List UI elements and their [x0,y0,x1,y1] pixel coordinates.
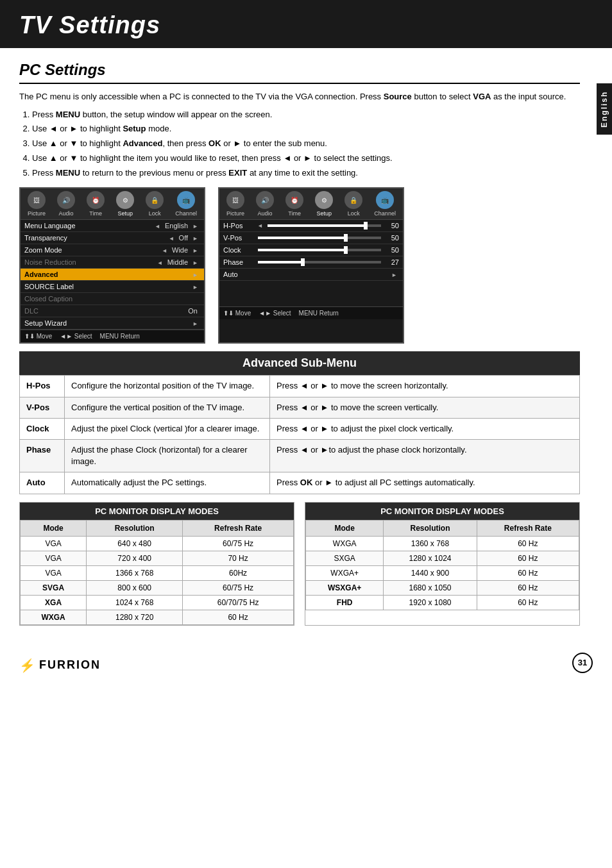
col-refresh: Refresh Rate [183,520,294,536]
page-number: 31 [572,653,593,673]
setup-icon: ⚙ [116,191,134,209]
left-arrow [162,247,167,254]
picture-icon-r: 🖼 [226,191,244,209]
time-icon-r: ⏰ [285,191,303,209]
audio-icon-r: 🔊 [256,191,274,209]
desc-vpos: Configure the vertical position of the T… [65,397,270,418]
slider-auto: Auto [219,269,403,281]
action-vpos: Press ◄ or ► to move the screen vertical… [270,397,580,418]
select-label: ◄► Select [60,333,92,340]
return-label: MENU Return [100,333,140,340]
left-arrow [169,235,174,242]
slider-clock: Clock 50 [219,244,403,256]
col-mode: Mode [21,520,87,536]
table-row: SXGA1280 x 102460 Hz [306,551,579,565]
desc-phase: Adjust the phase Clock (horizontal) for … [65,440,270,472]
monitor-tables: PC MONITOR DISPLAY MODES Mode Resolution… [19,502,580,626]
lock-icon: 🔒 [146,191,164,209]
step-2: Use ◄ or ► to highlight Setup mode. [32,122,580,136]
menu-icon-time: ⏰ Time [87,191,105,217]
return-label-r: MENU Return [299,310,339,317]
table-row: H-Pos Configure the horizontal position … [20,376,580,397]
right-arrow [192,271,198,278]
table-row: VGA720 x 40070 Hz [21,551,294,565]
monitor-table-left-data: Mode Resolution Refresh Rate VGA640 x 48… [20,520,294,625]
select-label-r: ◄► Select [259,310,291,317]
term-vpos: V-Pos [20,397,65,418]
setup-icon-r: ⚙ [315,191,333,209]
move-label: ⬆⬇ Move [24,333,52,340]
action-clock: Press ◄ or ► to adjust the pixel clock v… [270,418,580,439]
table-header-row: Mode Resolution Refresh Rate [21,520,294,536]
steps-list: Press MENU button, the setup window will… [32,108,580,180]
right-menu-box: 🖼 Picture 🔊 Audio ⏰ Time ⚙ Setup [218,187,404,344]
step-3: Use ▲ or ▼ to highlight Advanced, then p… [32,137,580,151]
monitor-table-left-title: PC MONITOR DISPLAY MODES [20,503,294,520]
intro-paragraph: The PC menu is only accessible when a PC… [19,90,580,103]
term-hpos: H-Pos [20,376,65,397]
table-row: WSXGA+1680 x 105060 Hz [306,580,579,595]
right-menu-icons: 🖼 Picture 🔊 Audio ⏰ Time ⚙ Setup [219,188,403,220]
action-hpos: Press ◄ or ► to move the screen horizont… [270,376,580,397]
audio-icon: 🔊 [57,191,75,209]
table-row: Clock Adjust the pixel Clock (vertical )… [20,418,580,439]
right-arrow [192,222,198,230]
left-menu-bottom: ⬆⬇ Move ◄► Select MENU Return [21,330,204,342]
menu-row-source-label: SOURCE Label [21,281,204,293]
monitor-table-right-data: Mode Resolution Refresh Rate WXGA1360 x … [305,520,579,610]
slider-vpos: V-Pos 50 [219,232,403,244]
step-1: Press MENU button, the setup window will… [32,108,580,122]
section-title: PC Settings [19,61,580,79]
menu-row-dlc: DLC On [21,305,204,317]
section-divider [19,83,580,84]
table-row: FHD1920 x 108060 Hz [306,595,579,610]
left-arrow [155,222,160,230]
desc-clock: Adjust the pixel Clock (vertical )for a … [65,418,270,439]
page-title: TV Settings [19,12,593,39]
col-resolution: Resolution [384,520,477,536]
menu-row-noise: Noise Reduction Middle [21,256,204,269]
picture-icon: 🖼 [28,191,46,209]
advanced-submenu-title: Advanced Sub-Menu [19,351,580,375]
col-refresh: Refresh Rate [477,520,579,536]
right-arrow [192,320,198,327]
monitor-table-right: PC MONITOR DISPLAY MODES Mode Resolution… [305,502,580,626]
term-auto: Auto [20,472,65,494]
monitor-table-right-title: PC MONITOR DISPLAY MODES [305,503,579,520]
left-menu-box: 🖼 Picture 🔊 Audio ⏰ Time ⚙ Setup [19,187,205,344]
menu-icon-picture: 🖼 Picture [28,191,46,217]
menu-icon-setup-r: ⚙ Setup [315,191,333,217]
language-side-tab: English [597,83,612,135]
left-arrow: ◄ [257,222,263,229]
footer: ⚡ FURRION 31 [0,646,612,680]
slider-phase: Phase 27 [219,256,403,269]
main-content: PC Settings The PC menu is only accessib… [0,48,612,640]
menu-row-zoom: Zoom Mode Wide [21,244,204,256]
menu-row-language: Menu Language English [21,220,204,232]
menu-empty-space [219,281,403,306]
table-row: WXGA+1440 x 90060 Hz [306,565,579,580]
lock-icon-r: 🔒 [344,191,362,209]
logo-text: FURRION [39,658,101,672]
table-row: XGA1024 x 76860/70/75 Hz [21,595,294,610]
slider-hpos: H-Pos ◄ 50 [219,220,403,232]
channel-icon: 📺 [177,191,195,209]
term-phase: Phase [20,440,65,472]
time-icon: ⏰ [87,191,105,209]
monitor-table-left: PC MONITOR DISPLAY MODES Mode Resolution… [19,502,294,626]
menu-row-advanced: Advanced [21,269,204,281]
left-arrow [157,259,163,266]
action-phase: Press ◄ or ►to adjust the phase clock ho… [270,440,580,472]
menu-icon-time-r: ⏰ Time [285,191,303,217]
right-arrow [192,259,198,266]
right-arrow [192,247,198,254]
menu-icon-channel: 📺 Channel [175,191,197,217]
channel-icon-r: 📺 [376,191,394,209]
table-row: VGA1366 x 76860Hz [21,565,294,580]
right-arrow [391,271,397,278]
right-arrow [192,283,198,290]
menu-row-setup-wizard: Setup Wizard [21,317,204,330]
right-arrow [192,235,198,242]
table-row: SVGA800 x 60060/75 Hz [21,580,294,595]
term-clock: Clock [20,418,65,439]
